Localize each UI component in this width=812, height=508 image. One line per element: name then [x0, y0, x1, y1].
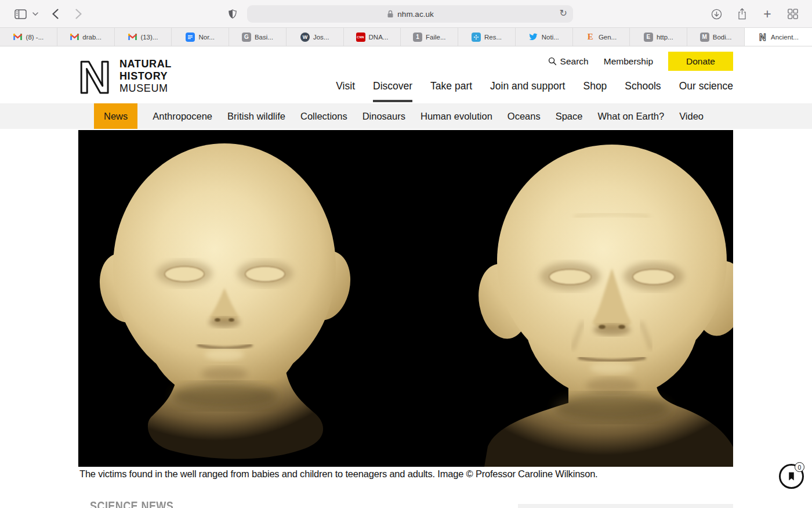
blue-dots-icon — [472, 33, 481, 42]
subnav-item-oceans[interactable]: Oceans — [507, 103, 541, 129]
search-icon — [548, 57, 557, 66]
twitter-icon — [529, 33, 538, 42]
main-nav: Visit Discover Take part Join and suppor… — [336, 80, 733, 102]
tab-label: DNA... — [369, 34, 389, 41]
tab-label: Noti... — [542, 34, 559, 41]
letter-e-serif-icon: E — [586, 33, 595, 42]
subnav-item-what-on-earth[interactable]: What on Earth? — [597, 103, 664, 129]
nav-item-discover[interactable]: Discover — [373, 80, 412, 102]
adult-head-render — [473, 145, 733, 467]
browser-toolbar: nhm.ac.uk ↻ + — [0, 0, 812, 28]
bookmark-icon — [786, 471, 796, 482]
subnav-item-anthropocene[interactable]: Anthropocene — [153, 103, 212, 129]
search-link[interactable]: Search — [548, 56, 589, 67]
url-text: nhm.ac.uk — [397, 10, 433, 19]
browser-tab[interactable]: W Jos... — [286, 28, 343, 46]
browser-tab[interactable]: E Gen... — [572, 28, 630, 46]
hero-image-facial-reconstructions — [78, 130, 733, 467]
nhm-logo-text: NATURAL HISTORY MUSEUM — [119, 54, 172, 95]
new-tab-icon[interactable]: + — [760, 6, 775, 21]
utility-nav: Search Membership Donate — [548, 52, 733, 71]
gmail-icon — [128, 33, 137, 42]
subnav-item-british-wildlife[interactable]: British wildlife — [227, 103, 285, 129]
share-icon[interactable] — [734, 6, 749, 21]
tab-label: drab... — [82, 34, 102, 41]
tab-label: Ancient... — [771, 34, 799, 41]
tab-label: (8) -... — [26, 34, 44, 41]
docs-icon — [186, 33, 195, 42]
nav-item-shop[interactable]: Shop — [583, 80, 607, 102]
subnav-item-dinosaurs[interactable]: Dinosaurs — [362, 103, 405, 129]
tab-strip: (8) -... drab... (13)... Nor... G Basi..… — [0, 28, 812, 46]
browser-tab[interactable]: Nor... — [171, 28, 229, 46]
forward-icon[interactable] — [71, 6, 86, 21]
gmail-icon — [70, 33, 79, 42]
tab-overview-icon[interactable] — [785, 6, 800, 21]
wordpress-icon: W — [300, 33, 310, 42]
browser-tab[interactable]: (8) -... — [0, 28, 57, 46]
tab-label: Nor... — [198, 34, 214, 41]
tab-label: Basi... — [255, 34, 273, 41]
browser-tab[interactable]: 1 Faile... — [400, 28, 458, 46]
tab-label: Jos... — [313, 34, 329, 41]
nav-item-our-science[interactable]: Our science — [679, 80, 733, 102]
browser-tab-active[interactable]: N Ancient... — [744, 28, 812, 46]
gmail-icon — [13, 33, 23, 42]
download-icon[interactable] — [709, 6, 724, 21]
svg-text:N: N — [78, 54, 111, 96]
sidebar-widget — [518, 504, 733, 508]
nhm-logo[interactable]: N NATURAL HISTORY MUSEUM — [78, 54, 172, 96]
browser-tab[interactable]: M Bodi... — [687, 28, 744, 46]
child-head-render — [93, 143, 356, 459]
site-header: N NATURAL HISTORY MUSEUM Search Membersh… — [0, 46, 812, 103]
nav-item-visit[interactable]: Visit — [336, 80, 355, 102]
tab-label: http... — [657, 34, 673, 41]
tab-label: Gen... — [599, 34, 617, 41]
tab-label: Res... — [484, 34, 502, 41]
back-icon[interactable] — [48, 6, 63, 21]
address-bar[interactable]: nhm.ac.uk ↻ — [247, 5, 573, 23]
membership-link[interactable]: Membership — [604, 56, 653, 67]
shield-icon[interactable] — [225, 6, 240, 21]
browser-tab[interactable]: Res... — [458, 28, 515, 46]
browser-tab[interactable]: (13)... — [114, 28, 172, 46]
reload-icon[interactable]: ↻ — [560, 8, 567, 19]
reading-list-button[interactable]: 0 — [779, 464, 804, 489]
browser-tab[interactable]: E http... — [629, 28, 687, 46]
tab-label: Faile... — [426, 34, 446, 41]
subnav-item-video[interactable]: Video — [679, 103, 704, 129]
reading-list-count-badge: 0 — [795, 462, 804, 472]
sidebar-icon[interactable] — [13, 6, 28, 21]
donate-button[interactable]: Donate — [668, 52, 733, 71]
browser-tab[interactable]: G Basi... — [229, 28, 286, 46]
nav-item-schools[interactable]: Schools — [625, 80, 661, 102]
subnav-item-space[interactable]: Space — [556, 103, 583, 129]
letter-g-icon: G — [242, 33, 251, 42]
logo-line-1: NATURAL — [119, 58, 172, 70]
browser-tab[interactable]: CNN DNA... — [343, 28, 401, 46]
image-caption: The victims found in the well ranged fro… — [79, 469, 659, 480]
tab-label: (13)... — [140, 34, 158, 41]
screen: nhm.ac.uk ↻ + (8) -... drab... — [0, 0, 812, 508]
nhm-logo-icon: N — [758, 33, 767, 42]
tab-label: Bodi... — [713, 34, 732, 41]
search-label: Search — [560, 56, 589, 67]
browser-tab[interactable]: drab... — [57, 28, 114, 46]
subnav-item-human-evolution[interactable]: Human evolution — [420, 103, 492, 129]
logo-line-3: MUSEUM — [119, 82, 172, 95]
nhm-n-glyph: N — [78, 54, 113, 96]
tab-group-chevron-icon[interactable] — [31, 6, 39, 21]
donate-label: Donate — [686, 56, 715, 67]
membership-label: Membership — [604, 56, 653, 67]
subnav-item-news[interactable]: News — [94, 103, 137, 129]
section-heading: SCIENCE NEWS — [90, 499, 173, 508]
lock-icon — [386, 10, 394, 18]
number-1-icon: 1 — [413, 33, 422, 42]
browser-tab[interactable]: Noti... — [515, 28, 572, 46]
svg-text:N: N — [759, 33, 766, 42]
subnav-item-collections[interactable]: Collections — [300, 103, 347, 129]
logo-line-2: HISTORY — [119, 70, 172, 82]
nav-item-join-and-support[interactable]: Join and support — [490, 80, 565, 102]
nav-item-take-part[interactable]: Take part — [430, 80, 472, 102]
cnn-icon: CNN — [356, 33, 365, 42]
